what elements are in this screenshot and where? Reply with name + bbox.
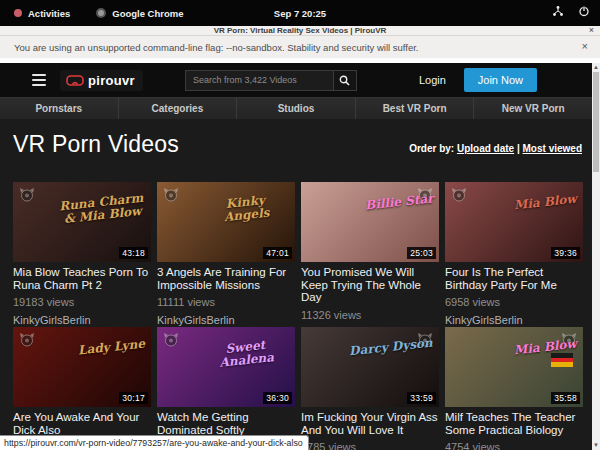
clock[interactable]: Sep 7 20:25: [0, 8, 600, 19]
video-thumbnail[interactable]: Billie Star 25:03: [301, 182, 439, 262]
search-input[interactable]: [185, 70, 333, 91]
video-card[interactable]: Darcy Dyson 33:59 Im Fucking Your Virgin…: [301, 327, 439, 450]
german-flag-icon: [551, 353, 573, 367]
video-card[interactable]: Runa Charm & Mia Blow 43:18 Mia Blow Tea…: [13, 182, 151, 327]
video-thumbnail[interactable]: Darcy Dyson 33:59: [301, 327, 439, 407]
thumbnail-overlay-text: Sweet Analena: [202, 337, 290, 371]
duration-badge: 47:01: [263, 247, 292, 259]
window-title-bar: VR Porn: Virtual Reality Sex Videos | Pi…: [0, 26, 600, 36]
video-title-link[interactable]: Four Is The Perfect Birthday Party For M…: [445, 266, 583, 291]
thumbnail-overlay-text: Mia Blow: [514, 193, 578, 212]
nav-item-new-vr-porn[interactable]: New VR Porn: [474, 98, 592, 119]
duration-badge: 30:17: [119, 392, 148, 404]
thumbnail-overlay-text: Kinky Angels: [202, 192, 290, 226]
main-nav: PornstarsCategoriesStudiosBest VR PornNe…: [0, 97, 592, 119]
nav-item-best-vr-porn[interactable]: Best VR Porn: [356, 98, 475, 119]
menu-hamburger-icon[interactable]: [32, 74, 46, 86]
infobar-message: You are using an unsupported command-lin…: [14, 42, 419, 53]
infobar-close-icon[interactable]: ×: [582, 40, 588, 52]
thumbnail-overlay-text: Runa Charm & Mia Blow: [58, 192, 146, 226]
video-views: 6958 views: [445, 296, 583, 308]
thumbnail-overlay-text: Billie Star: [364, 192, 433, 212]
scrollbar-up-icon[interactable]: ▲: [592, 63, 600, 72]
studio-watermark-cat-icon: [19, 332, 35, 347]
video-thumbnail[interactable]: Sweet Analena 36:30: [157, 327, 295, 407]
page-title: VR Porn Videos: [13, 131, 179, 158]
video-views: 4754 views: [445, 441, 583, 450]
video-views: 9785 views: [301, 441, 439, 450]
nav-item-studios[interactable]: Studios: [237, 98, 356, 119]
thumbnail-overlay-text: Darcy Dyson: [349, 337, 434, 358]
video-card[interactable]: Mia Blow 35:58 Milf Teaches The Teacher …: [445, 327, 583, 450]
video-thumbnail[interactable]: Runa Charm & Mia Blow 43:18: [13, 182, 151, 262]
duration-badge: 43:18: [119, 247, 148, 259]
video-thumbnail[interactable]: Mia Blow 35:58: [445, 327, 583, 407]
nav-item-categories[interactable]: Categories: [119, 98, 238, 119]
video-grid: Runa Charm & Mia Blow 43:18 Mia Blow Tea…: [13, 182, 583, 450]
studio-watermark-cat-icon: [163, 187, 179, 202]
join-now-button[interactable]: Join Now: [464, 68, 537, 92]
video-card[interactable]: Mia Blow 39:36 Four Is The Perfect Birth…: [445, 182, 583, 327]
video-title-link[interactable]: Im Fucking Your Virgin Ass And You Will …: [301, 411, 439, 436]
duration-badge: 35:58: [551, 392, 580, 404]
thumbnail-overlay-text: Lady Lyne: [77, 338, 145, 358]
order-upload-date-link[interactable]: Upload date: [457, 143, 514, 154]
video-views: 11326 views: [301, 309, 439, 321]
video-title-link[interactable]: Watch Me Getting Dominated Softly: [157, 411, 295, 436]
video-title-link[interactable]: Are You Awake And Your Dick Also: [13, 411, 151, 436]
chrome-infobar: You are using an unsupported command-lin…: [0, 36, 600, 58]
video-studio-link[interactable]: KinkyGirlsBerlin: [13, 314, 151, 326]
video-title-link[interactable]: 3 Angels Are Training For Impossible Mis…: [157, 266, 295, 291]
studio-watermark-cat-icon: [19, 187, 35, 202]
video-title-link[interactable]: You Promised We Will Keep Trying The Who…: [301, 266, 439, 304]
duration-badge: 36:30: [263, 392, 292, 404]
video-card[interactable]: Sweet Analena 36:30 Watch Me Getting Dom…: [157, 327, 295, 450]
video-title-link[interactable]: Mia Blow Teaches Porn To Runa Charm Pt 2: [13, 266, 151, 291]
studio-watermark-cat-icon: [163, 332, 179, 347]
window-title: VR Porn: Virtual Reality Sex Videos | Pi…: [214, 26, 387, 35]
video-studio-link[interactable]: KinkyGirlsBerlin: [157, 314, 295, 326]
status-url: https://pirouvr.com/vr-porn-video/779325…: [4, 438, 303, 448]
video-card[interactable]: Kinky Angels 47:01 3 Angels Are Training…: [157, 182, 295, 327]
duration-badge: 33:59: [407, 392, 436, 404]
video-thumbnail[interactable]: Mia Blow 39:36: [445, 182, 583, 262]
site-logo-text: pirouvr: [88, 73, 135, 88]
order-most-viewed-link[interactable]: Most viewed: [523, 143, 582, 154]
main-content: VR Porn Videos Order by: Upload date | M…: [0, 119, 592, 450]
video-card[interactable]: Lady Lyne 30:17 Are You Awake And Your D…: [13, 327, 151, 450]
site-logo[interactable]: pirouvr: [60, 70, 143, 91]
vr-headset-icon: [66, 75, 84, 86]
network-icon[interactable]: [552, 5, 564, 17]
order-by-label: Order by:: [409, 143, 454, 154]
video-views: 11111 views: [157, 296, 295, 308]
video-views: 19183 views: [13, 296, 151, 308]
login-link[interactable]: Login: [419, 74, 446, 86]
window-close-icon[interactable]: ×: [589, 25, 594, 35]
screen: Activities Google Chrome Sep 7 20:25 VR …: [0, 0, 600, 450]
video-card[interactable]: Billie Star 25:03 You Promised We Will K…: [301, 182, 439, 327]
video-thumbnail[interactable]: Lady Lyne 30:17: [13, 327, 151, 407]
site-header: pirouvr Login Join Now: [0, 63, 592, 97]
search-icon: [339, 75, 350, 86]
duration-badge: 25:03: [407, 247, 436, 259]
video-studio-link[interactable]: KinkyGirlsBerlin: [445, 314, 583, 326]
scrollbar-thumb[interactable]: [593, 72, 599, 172]
system-top-bar: Activities Google Chrome Sep 7 20:25: [0, 0, 600, 26]
order-by: Order by: Upload date | Most viewed: [409, 143, 582, 158]
status-url-bar: https://pirouvr.com/vr-porn-video/779325…: [0, 435, 309, 450]
video-thumbnail[interactable]: Kinky Angels 47:01: [157, 182, 295, 262]
studio-watermark-cat-icon: [451, 187, 467, 202]
power-icon[interactable]: [578, 5, 590, 17]
browser-scrollbar[interactable]: ▲ ▼: [592, 63, 600, 450]
duration-badge: 39:36: [551, 247, 580, 259]
scrollbar-down-icon[interactable]: ▼: [592, 441, 600, 450]
video-title-link[interactable]: Milf Teaches The Teacher Some Practical …: [445, 411, 583, 436]
search-button[interactable]: [333, 70, 357, 91]
nav-item-pornstars[interactable]: Pornstars: [0, 98, 119, 119]
